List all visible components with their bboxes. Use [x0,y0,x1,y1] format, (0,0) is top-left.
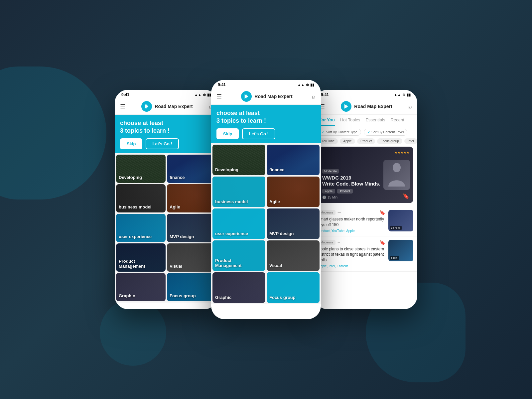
featured-badge: Moderate [322,169,339,174]
check-icon-level: ✓ [367,130,370,134]
tab-for-you[interactable]: For You [319,117,335,126]
app-logo-left: Road Map Expert [141,101,193,112]
app-header-left: ☰ Road Map Expert ⌕ [115,98,218,115]
topic-developing-left[interactable]: Developing [116,155,166,183]
logo-text-right: Road Map Expert [354,104,392,109]
tab-hot-topics[interactable]: Hot Topics [340,117,360,126]
search-icon-right[interactable]: ⌕ [408,103,412,110]
tag-apple[interactable]: Apple [340,138,355,144]
topic-visual-center[interactable]: Visual [267,240,320,271]
news-tags-2: Apple, Intel, Eastern [318,264,385,268]
news-content-2: Moderate •• 🔖 apple plans to close store… [318,240,385,268]
banner-buttons-left: Skip Let's Go ! [120,138,212,149]
news-item-2[interactable]: Moderate •• 🔖 apple plans to close store… [314,236,417,272]
bookmark-icon-featured[interactable]: 🔖 [403,193,409,199]
topic-mvp-left[interactable]: MVP design [167,214,216,242]
time-center: 9:41 [218,82,226,87]
topic-pm-center[interactable]: ProductManagement [212,240,265,271]
news-item-1[interactable]: Moderate ••• 🔖 smart glasses maker north… [314,206,417,236]
check-icon-type: ✓ [322,130,325,134]
tab-essentials[interactable]: Essentials [365,117,385,126]
phone-left: 9:41 ▲▲ ⊕ ▮▮ ☰ Road Map Expert ⌕ [115,90,218,309]
topic-agile-left[interactable]: Agile [167,184,216,212]
tag-product[interactable]: Product [357,138,375,144]
topics-grid-center: Developing finance business model Agile … [211,143,321,304]
news-thumbnail-1: 25 mins [388,210,413,231]
tags-row: YouTube Apple Product Focus group Intel [314,138,417,147]
news-bookmark-2[interactable]: 🔖 [379,240,385,245]
search-icon-center[interactable]: ⌕ [312,93,316,100]
topic-ux-center[interactable]: user experience [212,208,265,239]
news-thumb-bg-1: 25 mins [388,210,413,231]
svg-marker-1 [147,104,149,109]
filter-level-label: Sort By Content Level [371,130,404,134]
logo-icon-left [141,101,152,112]
topic-business-center[interactable]: business model [212,177,265,207]
app-header-right: ☰ Road Map Expert ⌕ [314,98,417,115]
featured-card[interactable]: ★★★★★ Moderate WWDC 2019Write Code. Blow… [318,147,413,203]
banner-title-left: choose at least3 topics to learn ! [120,119,212,135]
status-icons-center: ▲▲ ⊕ ▮▮ [297,83,314,87]
news-thumb-time-1: 25 mins [390,226,402,230]
skip-button-center[interactable]: Skip [216,128,239,139]
status-bar-center: 9:41 ▲▲ ⊕ ▮▮ [211,80,321,88]
banner-center: choose at least3 topics to learn ! Skip … [211,105,321,143]
logo-text-left: Road Map Expert [155,104,193,109]
news-thumb-time-2: 5 min [390,256,399,260]
topic-graphic-left[interactable]: Graphic [116,273,166,301]
svg-marker-3 [246,94,248,99]
featured-bg: ★★★★★ Moderate WWDC 2019Write Code. Blow… [318,147,413,203]
svg-marker-5 [346,104,348,109]
news-thumbnail-2: 5 min [388,240,413,261]
letsgo-button-left[interactable]: Let's Go ! [146,138,179,149]
menu-icon-center[interactable]: ☰ [216,93,222,100]
banner-title-center: choose at least3 topics to learn ! [216,109,316,125]
topic-focus-left[interactable]: Focus group [167,273,216,301]
tag-youtube[interactable]: YouTube [318,138,338,144]
status-bar-right: 9:41 ▲▲ ⊕ ▮▮ [314,90,417,98]
app-logo-right: Road Map Expert [341,101,392,112]
svg-point-6 [393,163,401,172]
phone-center: 9:41 ▲▲ ⊕ ▮▮ ☰ Road Map Expert ⌕ [211,80,321,319]
tab-recent[interactable]: Recent [391,117,404,126]
topic-developing-center[interactable]: Developing [212,145,265,175]
news-thumb-bg-2: 5 min [388,240,413,261]
banner-buttons-center: Skip Let's Go ! [216,128,316,139]
topic-finance-center[interactable]: finance [267,145,320,175]
featured-tag-apple: Apple [322,189,335,194]
topics-grid-left: Developing finance business model Agile … [115,153,218,303]
topic-mvp-center[interactable]: MVP design [267,208,320,239]
news-meta-2: Moderate •• 🔖 [318,240,385,245]
topic-pm-left[interactable]: ProductManagement [116,243,166,272]
clock-icon-featured: 🕐 [322,196,326,199]
topic-business-left[interactable]: business model [116,184,166,212]
skip-button-left[interactable]: Skip [120,138,142,149]
filter-row: ✓ Sort By Content Type ✓ Sort By Content… [314,126,417,138]
letsgo-button-center[interactable]: Let's Go ! [242,128,275,139]
featured-tag-product: Product [337,189,353,194]
topic-ux-left[interactable]: user experience [116,214,166,242]
news-bookmark-1[interactable]: 🔖 [379,210,385,215]
stars-row: ★★★★★ [394,151,409,154]
filter-content-level[interactable]: ✓ Sort By Content Level [364,129,407,136]
status-bar-left: 9:41 ▲▲ ⊕ ▮▮ [115,90,218,98]
featured-person-image [383,160,410,190]
news-title-1: smart glasses maker north reportedly lay… [318,216,385,228]
status-icons-left: ▲▲ ⊕ ▮▮ [194,93,211,97]
topic-finance-left[interactable]: finance [167,155,216,183]
topic-visual-left[interactable]: Visual [167,243,216,272]
tag-focus[interactable]: Focus group [377,138,402,144]
topic-agile-center[interactable]: Agile [267,177,320,207]
topic-focus-center[interactable]: Focus group [267,272,320,303]
news-dots-2: •• [337,240,339,245]
phone-right: 9:41 ▲▲ ⊕ ▮▮ ☰ Road Map Expert ⌕ [314,90,417,309]
menu-icon-left[interactable]: ☰ [120,103,125,110]
news-meta-1: Moderate ••• 🔖 [318,210,385,215]
topic-graphic-center[interactable]: Graphic [212,272,265,303]
filter-content-type[interactable]: ✓ Sort By Content Type [318,129,361,136]
time-right: 9:41 [321,92,329,97]
news-content-1: Moderate ••• 🔖 smart glasses maker north… [318,210,385,233]
tag-intel[interactable]: Intel [404,138,417,144]
phones-container: 9:41 ▲▲ ⊕ ▮▮ ☰ Road Map Expert ⌕ [66,80,466,319]
app-logo-center: Road Map Expert [241,91,292,102]
